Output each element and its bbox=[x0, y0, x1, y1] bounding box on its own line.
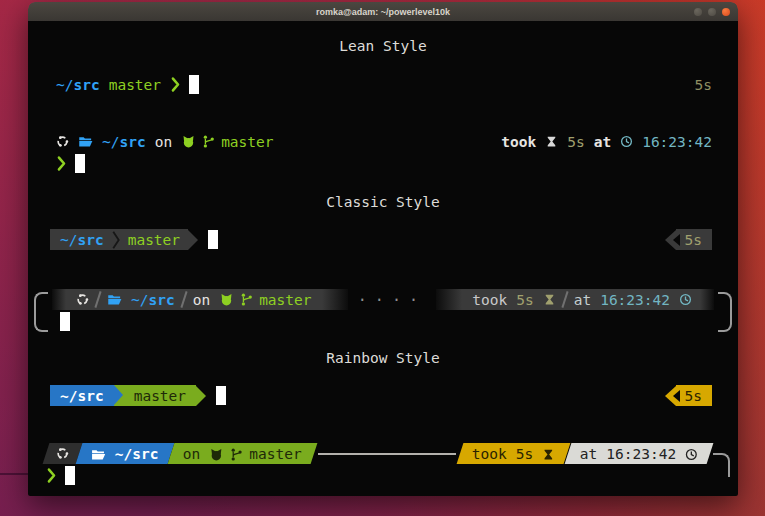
dir-name: src bbox=[148, 292, 174, 308]
block-cursor bbox=[208, 230, 218, 249]
ubuntu-logo-icon bbox=[56, 447, 69, 460]
classic-prompt-1: ~/src master 5s bbox=[50, 229, 712, 250]
duration-segment: 5s bbox=[665, 385, 712, 406]
duration-value: 5s bbox=[516, 292, 533, 308]
segment-separator-icon bbox=[111, 230, 121, 250]
prompt-frame-left bbox=[34, 292, 48, 332]
terminal-window: romka@adam: ~/powerlevel10k Lean Style ~… bbox=[28, 2, 738, 496]
hourglass-icon bbox=[543, 447, 556, 460]
on-label: on bbox=[193, 292, 210, 308]
lean-heading-label: Lean Style bbox=[339, 38, 426, 54]
block-cursor bbox=[65, 466, 75, 485]
git-branch-name: master bbox=[259, 292, 311, 308]
duration-value: 5s bbox=[685, 232, 702, 248]
hourglass-icon bbox=[545, 135, 558, 148]
took-label: took bbox=[472, 446, 507, 462]
github-icon bbox=[219, 292, 234, 307]
rainbow-prompt-1: ~/src master 5s bbox=[50, 385, 712, 406]
ubuntu-logo-icon bbox=[76, 293, 89, 306]
rainbow-heading-label: Rainbow Style bbox=[326, 350, 440, 366]
desktop-wallpaper: romka@adam: ~/powerlevel10k Lean Style ~… bbox=[0, 0, 765, 516]
segment-fade bbox=[52, 289, 66, 310]
time-value: 16:23:42 bbox=[642, 134, 712, 150]
window-titlebar[interactable]: romka@adam: ~/powerlevel10k bbox=[28, 2, 738, 21]
at-label: at bbox=[574, 292, 591, 308]
frame-gap-dots: ···· bbox=[348, 291, 437, 309]
close-button[interactable] bbox=[722, 8, 730, 16]
time-segment: at 16:23:42 bbox=[564, 443, 713, 464]
dir-name: src bbox=[119, 134, 145, 150]
slash-separator-icon bbox=[180, 291, 187, 308]
lean-heading: Lean Style bbox=[28, 35, 738, 56]
clock-icon bbox=[679, 293, 692, 306]
dir-segment: ~/src bbox=[50, 385, 114, 406]
segment-fade bbox=[322, 289, 348, 310]
hourglass-icon bbox=[543, 293, 556, 306]
dir-name: src bbox=[77, 232, 103, 248]
git-branch-icon bbox=[201, 134, 216, 149]
duration-segment: 5s bbox=[665, 229, 712, 250]
folder-icon bbox=[107, 292, 122, 307]
slash-separator-icon bbox=[561, 291, 568, 308]
time-value: 16:23:42 bbox=[600, 292, 670, 308]
rainbow-prompt-2-line2 bbox=[46, 465, 75, 486]
lean-prompt-1: ~/src master 5s bbox=[56, 74, 712, 95]
classic-heading: Classic Style bbox=[28, 191, 738, 212]
terminal-body[interactable]: Lean Style ~/src master 5s ~/src on mast… bbox=[28, 21, 738, 496]
block-cursor bbox=[75, 154, 85, 173]
duration-value: 5s bbox=[567, 134, 584, 150]
lean-prompt-2-line1: ~/src on master took 5s at 16:23:42 bbox=[56, 131, 712, 152]
classic-prompt-2-line2 bbox=[60, 311, 70, 332]
dir-prefix: ~/ bbox=[131, 292, 148, 308]
github-icon bbox=[181, 134, 196, 149]
git-branch-icon bbox=[229, 446, 244, 461]
duration-segment: took 5s bbox=[457, 443, 571, 464]
dir-name: src bbox=[77, 388, 103, 404]
rainbow-prompt-2-line1: ~/src on master took 5s bbox=[46, 443, 730, 464]
ubuntu-logo-icon bbox=[56, 135, 69, 148]
window-title: romka@adam: ~/powerlevel10k bbox=[316, 7, 450, 17]
dir-prefix: ~/ bbox=[102, 134, 119, 150]
wallpaper-line bbox=[0, 473, 28, 475]
git-branch-name: master bbox=[221, 134, 273, 150]
segment-notch-icon bbox=[673, 234, 680, 246]
prompt-arrow-icon bbox=[56, 155, 67, 172]
segment-separator-icon bbox=[114, 385, 123, 405]
clock-icon bbox=[685, 447, 698, 460]
dir-name: src bbox=[132, 446, 158, 462]
powerline-segment: ~/src master bbox=[50, 229, 188, 250]
window-controls bbox=[694, 2, 730, 21]
dir-prefix: ~/ bbox=[56, 77, 73, 93]
git-segment: on master bbox=[167, 443, 317, 464]
on-label: on bbox=[183, 446, 200, 462]
powerline-segment: took 5s at 16:23:42 bbox=[462, 289, 700, 310]
dir-prefix: ~/ bbox=[60, 388, 77, 404]
segment-notch-icon bbox=[673, 390, 680, 402]
block-cursor bbox=[189, 75, 199, 94]
segment-fade bbox=[436, 289, 462, 310]
frame-corner-right bbox=[713, 453, 730, 477]
took-label: took bbox=[501, 134, 536, 150]
folder-icon bbox=[91, 446, 106, 461]
took-label: took bbox=[472, 292, 507, 308]
folder-icon bbox=[78, 134, 93, 149]
block-cursor bbox=[60, 312, 70, 331]
dir-prefix: ~/ bbox=[115, 446, 132, 462]
minimize-button[interactable] bbox=[694, 8, 702, 16]
prompt-arrow-icon bbox=[170, 76, 181, 93]
segment-fade bbox=[700, 289, 714, 310]
prompt-arrow-icon bbox=[46, 467, 57, 484]
segment-end-icon bbox=[196, 386, 206, 406]
dir-prefix: ~/ bbox=[60, 232, 77, 248]
lean-prompt-2-line2 bbox=[56, 153, 85, 174]
classic-prompt-2-line1: ~/src on master ···· took 5s at 16:23:42 bbox=[52, 289, 714, 310]
block-cursor bbox=[216, 386, 226, 405]
git-branch-name: master bbox=[109, 77, 161, 93]
classic-heading-label: Classic Style bbox=[326, 194, 440, 210]
at-label: at bbox=[594, 134, 611, 150]
at-label: at bbox=[580, 446, 597, 462]
duration-value: 5s bbox=[516, 446, 533, 462]
git-branch-icon bbox=[239, 292, 254, 307]
git-branch-name: master bbox=[134, 388, 186, 404]
maximize-button[interactable] bbox=[708, 8, 716, 16]
